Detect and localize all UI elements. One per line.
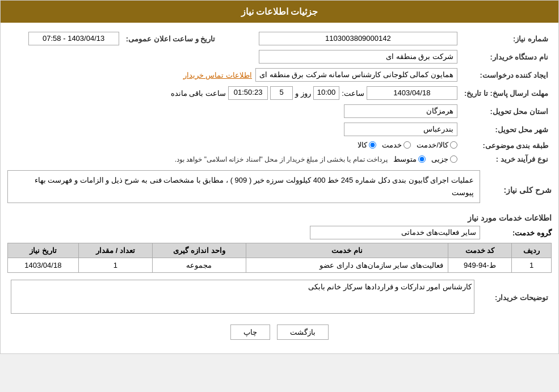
col-radif: ردیف xyxy=(512,243,552,258)
table-row: 1 ط-94-949 فعالیت‌های سایر سازمان‌های دا… xyxy=(8,258,552,273)
col-date: تاریخ نیاز xyxy=(8,243,79,258)
tosihaat-label: توضیحات خریدار: xyxy=(478,277,552,318)
sherh-value: عملیات اجرای گابیون بندی دکل شماره 245 خ… xyxy=(7,170,480,203)
page-title: جزئیات اطلاعات نیاز xyxy=(1,1,558,23)
deadline-date: 1403/04/18 xyxy=(367,86,457,100)
khadamat-title: اطلاعات خدمات مورد نیاز xyxy=(7,213,552,222)
shomara-niaz-value: 1103003809000142 xyxy=(259,32,457,45)
kala-label: کالا xyxy=(358,141,367,149)
ostan-value: هرمزگان xyxy=(344,104,457,118)
radio-khedmat[interactable]: خدمت xyxy=(382,141,411,149)
radio-kala-khedmat[interactable]: کالا/خدمت xyxy=(417,141,457,149)
col-unit: واحد اندازه گیری xyxy=(153,243,246,258)
cell-radif: 1 xyxy=(512,258,552,273)
sherh-label: شرح کلی نیاز: xyxy=(484,186,552,195)
baqi-label: ساعت باقی مانده xyxy=(171,89,226,98)
goroh-label: گروه خدمت: xyxy=(484,229,552,237)
print-button[interactable]: چاپ xyxy=(230,324,270,340)
farayand-label: نوع فرآیند خرید : xyxy=(461,153,552,166)
ostan-label: استان محل تحویل: xyxy=(461,102,552,120)
roz-value: 5 xyxy=(270,86,293,100)
tabaqe-options[interactable]: کالا/خدمت خدمت کالا xyxy=(358,141,457,149)
shahr-label: شهر محل تحویل: xyxy=(461,120,552,138)
shahr-value: بندرعباس xyxy=(344,123,457,136)
mottavaset-label: متوسط xyxy=(393,155,417,163)
roz-label: روز و xyxy=(295,89,311,98)
radio-jozii[interactable]: جزیی xyxy=(431,155,457,163)
goroh-value: سایر فعالیت‌های خدماتی xyxy=(310,226,480,239)
khedmat-label: خدمت xyxy=(382,141,402,149)
tarigh-ilan-value: 1403/04/13 - 07:58 xyxy=(28,32,119,45)
ijad-label: ایجاد کننده درخواست: xyxy=(461,66,552,84)
back-button[interactable]: بازگشت xyxy=(277,324,329,340)
mohlat-label: مهلت ارسال پاسخ: تا تاریخ: xyxy=(461,84,552,102)
cell-date: 1403/04/18 xyxy=(8,258,79,273)
cell-unit: مجموعه xyxy=(153,258,246,273)
tosihaat-textarea[interactable] xyxy=(11,280,474,314)
kala-khedmat-label: کالا/خدمت xyxy=(417,141,448,149)
cell-name: فعالیت‌های سایر سازمان‌های دارای عضو xyxy=(246,258,448,273)
name-dastgah-value: شرکت برق منطقه ای xyxy=(259,50,457,64)
radio-kala[interactable]: کالا xyxy=(358,141,376,149)
ijad-link[interactable]: اطلاعات تماس خریدار xyxy=(183,71,252,79)
col-code: کد خدمت xyxy=(448,243,511,258)
name-dastgah-label: نام دستگاه خریدار: xyxy=(461,48,552,66)
saat-value: 10:00 xyxy=(313,86,340,100)
tarigh-ilan-label: تاریخ و ساعت اعلان عمومی: xyxy=(123,29,219,48)
col-name: نام خدمت xyxy=(246,243,448,258)
cell-code: ط-94-949 xyxy=(448,258,511,273)
button-row: بازگشت چاپ xyxy=(7,324,552,340)
col-count: تعداد / مقدار xyxy=(78,243,152,258)
radio-mottavaset[interactable]: متوسط xyxy=(393,155,426,163)
jozii-label: جزیی xyxy=(431,155,448,163)
shomara-niaz-label: شماره نیاز: xyxy=(461,29,552,48)
timer-value: 01:50:23 xyxy=(228,86,268,100)
services-table: ردیف کد خدمت نام خدمت واحد اندازه گیری ت… xyxy=(7,243,552,273)
cell-count: 1 xyxy=(78,258,152,273)
tabaqe-label: طبقه بندی موضوعی: xyxy=(461,138,552,153)
saat-label: ساعت: xyxy=(342,89,364,98)
ijad-value: همایون کمالی کلوجانی کارشناس سامانه شرکت… xyxy=(255,68,457,82)
farayand-note: پرداخت تمام یا بخشی از مبلغ خریدار از مح… xyxy=(175,155,388,163)
